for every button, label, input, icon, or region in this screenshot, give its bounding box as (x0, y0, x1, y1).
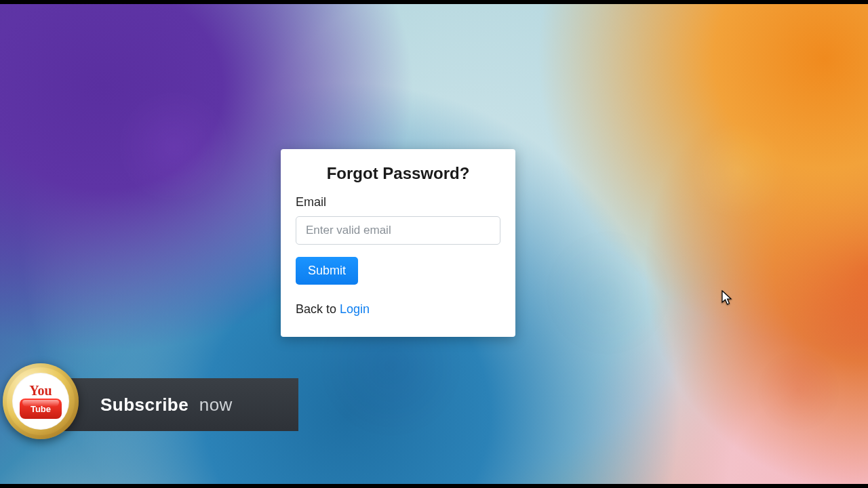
email-field[interactable] (296, 216, 500, 245)
youtube-icon: You Tube (12, 373, 69, 430)
letterbox-top (0, 0, 868, 4)
youtube-subscribe-overlay: Subscribe now You Tube (0, 378, 298, 431)
youtube-tube-pill: Tube (20, 399, 62, 419)
login-link[interactable]: Login (340, 302, 370, 316)
back-prefix: Back to (296, 302, 340, 316)
subscribe-text: Subscribe (100, 394, 189, 415)
email-label: Email (296, 195, 500, 209)
submit-button[interactable]: Submit (296, 257, 358, 285)
youtube-tube-text: Tube (31, 404, 51, 414)
card-title: Forgot Password? (296, 164, 500, 183)
youtube-you-text: You (29, 384, 52, 397)
subscribe-now-text (194, 394, 199, 415)
letterbox-bottom (0, 484, 868, 488)
forgot-password-card: Forgot Password? Email Submit Back to Lo… (281, 149, 515, 337)
subscribe-bar[interactable]: Subscribe now (41, 378, 298, 431)
youtube-badge[interactable]: You Tube (3, 363, 79, 439)
back-to-login-row: Back to Login (296, 302, 500, 317)
now-text: now (199, 394, 233, 415)
